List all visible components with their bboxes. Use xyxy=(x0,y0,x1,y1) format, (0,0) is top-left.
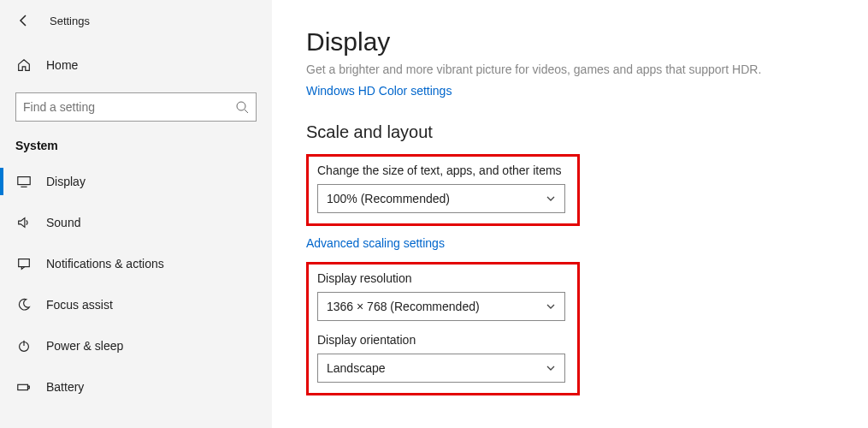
svg-rect-4 xyxy=(19,259,30,267)
home-icon xyxy=(15,57,32,73)
sidebar-item-battery[interactable]: Battery xyxy=(0,366,272,407)
sidebar-item-label: Battery xyxy=(46,380,84,394)
sidebar-section-label: System xyxy=(0,122,272,161)
scale-dropdown-value: 100% (Recommended) xyxy=(327,192,450,205)
sidebar: Settings Home System Display Sound Notif… xyxy=(0,0,272,428)
sidebar-item-label: Focus assist xyxy=(46,298,113,312)
resolution-dropdown-value: 1366 × 768 (Recommended) xyxy=(327,300,480,313)
hdr-subtext: Get a brighter and more vibrant picture … xyxy=(306,62,834,77)
sidebar-item-label: Power & sleep xyxy=(46,339,123,353)
sidebar-item-label: Display xyxy=(46,175,86,188)
advanced-scaling-link[interactable]: Advanced scaling settings xyxy=(306,236,445,250)
power-icon xyxy=(15,338,32,354)
hd-color-link[interactable]: Windows HD Color settings xyxy=(306,84,452,98)
svg-rect-2 xyxy=(18,177,30,185)
chevron-down-icon xyxy=(546,301,556,312)
back-button[interactable] xyxy=(15,12,32,29)
scale-dropdown[interactable]: 100% (Recommended) xyxy=(317,184,565,213)
battery-icon xyxy=(15,379,32,395)
sidebar-item-notifications[interactable]: Notifications & actions xyxy=(0,243,272,284)
moon-icon xyxy=(15,297,32,312)
chat-icon xyxy=(15,256,32,271)
svg-rect-8 xyxy=(28,386,30,389)
sidebar-item-power-sleep[interactable]: Power & sleep xyxy=(0,325,272,366)
svg-rect-7 xyxy=(18,384,28,389)
orientation-dropdown-value: Landscape xyxy=(327,361,386,375)
monitor-icon xyxy=(15,174,32,189)
search-icon xyxy=(235,100,249,114)
app-title: Settings xyxy=(50,15,90,27)
sidebar-item-focus-assist[interactable]: Focus assist xyxy=(0,284,272,325)
svg-point-0 xyxy=(237,102,245,110)
back-arrow-icon xyxy=(17,14,31,27)
scale-layout-heading: Scale and layout xyxy=(306,122,834,142)
scale-highlight-box: Change the size of text, apps, and other… xyxy=(306,154,580,226)
svg-line-1 xyxy=(245,110,248,113)
chevron-down-icon xyxy=(546,193,556,204)
main-content: Display Get a brighter and more vibrant … xyxy=(272,0,868,428)
orientation-dropdown[interactable]: Landscape xyxy=(317,354,565,383)
search-box[interactable] xyxy=(15,92,257,122)
speaker-icon xyxy=(15,215,32,230)
nav-home-label: Home xyxy=(46,58,78,72)
sidebar-item-label: Notifications & actions xyxy=(46,257,164,270)
header-row: Settings xyxy=(0,0,272,33)
scale-field-label: Change the size of text, apps, and other… xyxy=(317,163,569,177)
resolution-label: Display resolution xyxy=(317,271,569,285)
orientation-label: Display orientation xyxy=(317,333,569,347)
sidebar-item-sound[interactable]: Sound xyxy=(0,202,272,243)
sidebar-item-display[interactable]: Display xyxy=(0,161,272,202)
sidebar-item-label: Sound xyxy=(46,216,80,229)
chevron-down-icon xyxy=(546,363,556,373)
page-title: Display xyxy=(306,27,834,56)
resolution-dropdown[interactable]: 1366 × 768 (Recommended) xyxy=(317,292,565,321)
resolution-highlight-box: Display resolution 1366 × 768 (Recommend… xyxy=(306,262,580,395)
nav-home[interactable]: Home xyxy=(0,45,272,86)
search-input[interactable] xyxy=(23,100,235,114)
